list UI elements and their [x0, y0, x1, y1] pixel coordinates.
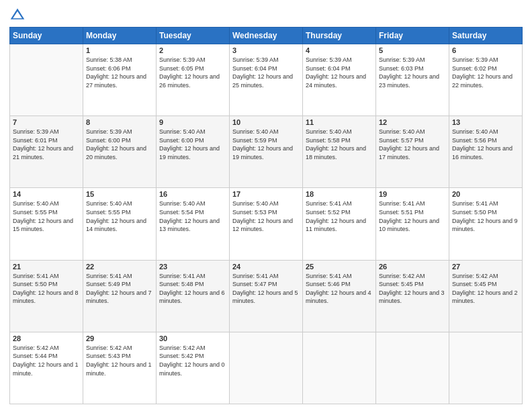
day-number: 18 — [306, 190, 373, 198]
day-number: 26 — [379, 263, 446, 271]
day-info: Sunrise: 5:41 AMSunset: 5:47 PMDaylight:… — [232, 272, 300, 306]
day-info: Sunrise: 5:40 AMSunset: 5:59 PMDaylight:… — [232, 128, 300, 161]
calendar-day-cell: 29Sunrise: 5:42 AMSunset: 5:43 PMDayligh… — [83, 332, 157, 404]
calendar-day-cell: 3Sunrise: 5:39 AMSunset: 6:04 PMDaylight… — [230, 44, 303, 116]
day-info: Sunrise: 5:41 AMSunset: 5:50 PMDaylight:… — [13, 272, 80, 306]
calendar-table: SundayMondayTuesdayWednesdayThursdayFrid… — [9, 27, 523, 404]
header — [9, 7, 523, 23]
calendar-day-cell: 17Sunrise: 5:40 AMSunset: 5:53 PMDayligh… — [230, 188, 303, 260]
calendar-day-cell: 24Sunrise: 5:41 AMSunset: 5:47 PMDayligh… — [230, 260, 303, 332]
day-info: Sunrise: 5:40 AMSunset: 5:56 PMDaylight:… — [452, 128, 519, 161]
calendar-day-cell — [376, 332, 449, 404]
day-number: 12 — [379, 118, 446, 126]
day-number: 13 — [452, 118, 519, 126]
calendar-day-cell: 23Sunrise: 5:41 AMSunset: 5:48 PMDayligh… — [157, 260, 230, 332]
calendar-week-row: 7Sunrise: 5:39 AMSunset: 6:01 PMDaylight… — [10, 116, 523, 188]
day-info: Sunrise: 5:40 AMSunset: 5:58 PMDaylight:… — [306, 128, 373, 161]
calendar-day-cell: 11Sunrise: 5:40 AMSunset: 5:58 PMDayligh… — [303, 116, 376, 188]
day-info: Sunrise: 5:42 AMSunset: 5:43 PMDaylight:… — [86, 344, 153, 377]
calendar-day-cell: 20Sunrise: 5:41 AMSunset: 5:50 PMDayligh… — [449, 188, 523, 260]
calendar-header-tuesday: Tuesday — [157, 28, 230, 44]
calendar-day-cell: 8Sunrise: 5:39 AMSunset: 6:00 PMDaylight… — [83, 116, 157, 188]
calendar-day-cell: 12Sunrise: 5:40 AMSunset: 5:57 PMDayligh… — [376, 116, 449, 188]
logo-icon — [9, 7, 26, 23]
day-number: 22 — [86, 263, 153, 271]
day-number: 8 — [86, 118, 153, 126]
calendar-day-cell: 15Sunrise: 5:40 AMSunset: 5:55 PMDayligh… — [83, 188, 157, 260]
calendar-day-cell: 13Sunrise: 5:40 AMSunset: 5:56 PMDayligh… — [449, 116, 523, 188]
calendar-header-thursday: Thursday — [303, 28, 376, 44]
day-number: 1 — [86, 46, 153, 54]
calendar-day-cell: 30Sunrise: 5:42 AMSunset: 5:42 PMDayligh… — [157, 332, 230, 404]
day-number: 17 — [232, 190, 300, 198]
day-info: Sunrise: 5:41 AMSunset: 5:52 PMDaylight:… — [306, 199, 373, 233]
calendar-header-wednesday: Wednesday — [230, 28, 303, 44]
calendar-day-cell: 18Sunrise: 5:41 AMSunset: 5:52 PMDayligh… — [303, 188, 376, 260]
day-info: Sunrise: 5:41 AMSunset: 5:51 PMDaylight:… — [379, 199, 446, 233]
calendar-day-cell: 22Sunrise: 5:41 AMSunset: 5:49 PMDayligh… — [83, 260, 157, 332]
day-number: 4 — [306, 46, 373, 54]
day-number: 9 — [159, 118, 226, 126]
day-number: 10 — [232, 118, 300, 126]
day-info: Sunrise: 5:42 AMSunset: 5:42 PMDaylight:… — [159, 344, 226, 377]
calendar-header-row: SundayMondayTuesdayWednesdayThursdayFrid… — [10, 28, 523, 44]
day-info: Sunrise: 5:40 AMSunset: 5:54 PMDaylight:… — [159, 199, 226, 233]
calendar-day-cell — [230, 332, 303, 404]
day-number: 19 — [379, 190, 446, 198]
calendar-day-cell: 25Sunrise: 5:41 AMSunset: 5:46 PMDayligh… — [303, 260, 376, 332]
calendar-day-cell: 6Sunrise: 5:39 AMSunset: 6:02 PMDaylight… — [449, 44, 523, 116]
calendar-day-cell: 19Sunrise: 5:41 AMSunset: 5:51 PMDayligh… — [376, 188, 449, 260]
day-number: 28 — [13, 334, 80, 342]
day-info: Sunrise: 5:42 AMSunset: 5:44 PMDaylight:… — [13, 344, 80, 377]
day-number: 2 — [159, 46, 226, 54]
calendar-day-cell — [449, 332, 523, 404]
day-info: Sunrise: 5:41 AMSunset: 5:48 PMDaylight:… — [159, 272, 226, 306]
calendar-day-cell: 27Sunrise: 5:42 AMSunset: 5:45 PMDayligh… — [449, 260, 523, 332]
calendar-day-cell: 16Sunrise: 5:40 AMSunset: 5:54 PMDayligh… — [157, 188, 230, 260]
day-info: Sunrise: 5:42 AMSunset: 5:45 PMDaylight:… — [452, 272, 519, 306]
day-info: Sunrise: 5:41 AMSunset: 5:50 PMDaylight:… — [452, 199, 519, 233]
day-number: 25 — [306, 263, 373, 271]
day-info: Sunrise: 5:39 AMSunset: 6:03 PMDaylight:… — [379, 56, 446, 89]
day-info: Sunrise: 5:40 AMSunset: 5:53 PMDaylight:… — [232, 199, 300, 233]
day-number: 3 — [232, 46, 300, 54]
day-info: Sunrise: 5:39 AMSunset: 6:02 PMDaylight:… — [452, 56, 519, 89]
day-number: 27 — [452, 263, 519, 271]
calendar-day-cell: 2Sunrise: 5:39 AMSunset: 6:05 PMDaylight… — [157, 44, 230, 116]
day-info: Sunrise: 5:39 AMSunset: 6:05 PMDaylight:… — [159, 56, 226, 89]
day-info: Sunrise: 5:39 AMSunset: 6:04 PMDaylight:… — [306, 56, 373, 89]
day-number: 29 — [86, 334, 153, 342]
day-info: Sunrise: 5:41 AMSunset: 5:49 PMDaylight:… — [86, 272, 153, 306]
day-info: Sunrise: 5:40 AMSunset: 5:55 PMDaylight:… — [13, 199, 80, 233]
day-info: Sunrise: 5:39 AMSunset: 6:01 PMDaylight:… — [13, 128, 80, 161]
calendar-day-cell: 9Sunrise: 5:40 AMSunset: 6:00 PMDaylight… — [157, 116, 230, 188]
logo — [9, 7, 28, 23]
calendar-day-cell: 4Sunrise: 5:39 AMSunset: 6:04 PMDaylight… — [303, 44, 376, 116]
calendar-day-cell: 21Sunrise: 5:41 AMSunset: 5:50 PMDayligh… — [10, 260, 83, 332]
calendar-header-sunday: Sunday — [10, 28, 83, 44]
day-number: 30 — [159, 334, 226, 342]
day-number: 16 — [159, 190, 226, 198]
day-info: Sunrise: 5:38 AMSunset: 6:06 PMDaylight:… — [86, 56, 153, 89]
day-number: 24 — [232, 263, 300, 271]
calendar-day-cell: 1Sunrise: 5:38 AMSunset: 6:06 PMDaylight… — [83, 44, 157, 116]
day-info: Sunrise: 5:41 AMSunset: 5:46 PMDaylight:… — [306, 272, 373, 306]
calendar-header-saturday: Saturday — [449, 28, 523, 44]
calendar-week-row: 28Sunrise: 5:42 AMSunset: 5:44 PMDayligh… — [10, 332, 523, 404]
calendar-day-cell — [10, 44, 83, 116]
day-info: Sunrise: 5:39 AMSunset: 6:04 PMDaylight:… — [232, 56, 300, 89]
day-info: Sunrise: 5:39 AMSunset: 6:00 PMDaylight:… — [86, 128, 153, 161]
page: SundayMondayTuesdayWednesdayThursdayFrid… — [0, 0, 532, 411]
day-info: Sunrise: 5:42 AMSunset: 5:45 PMDaylight:… — [379, 272, 446, 306]
day-number: 20 — [452, 190, 519, 198]
day-info: Sunrise: 5:40 AMSunset: 5:57 PMDaylight:… — [379, 128, 446, 161]
day-number: 21 — [13, 263, 80, 271]
calendar-day-cell: 10Sunrise: 5:40 AMSunset: 5:59 PMDayligh… — [230, 116, 303, 188]
calendar-header-monday: Monday — [83, 28, 157, 44]
day-number: 11 — [306, 118, 373, 126]
calendar-day-cell: 7Sunrise: 5:39 AMSunset: 6:01 PMDaylight… — [10, 116, 83, 188]
day-number: 7 — [13, 118, 80, 126]
calendar-header-friday: Friday — [376, 28, 449, 44]
day-number: 23 — [159, 263, 226, 271]
day-number: 6 — [452, 46, 519, 54]
